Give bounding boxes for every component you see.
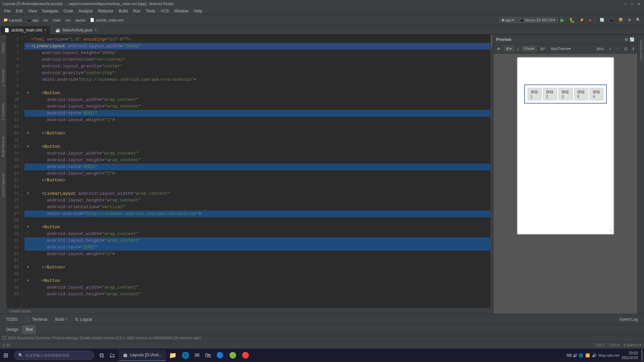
layout-captures-tab[interactable]: Layout Captures	[1, 172, 6, 199]
browser-btn[interactable]: 🌐	[180, 350, 191, 361]
code-line-22: </Button>	[24, 177, 490, 184]
line-num: 39	[8, 291, 19, 298]
app-run-dropdown[interactable]: ▶ app ▾	[500, 17, 517, 23]
res-breadcrumb[interactable]: res	[63, 16, 72, 24]
tab-java-close[interactable]: ✕	[94, 28, 97, 32]
element-label-bar: LinearLayout	[7, 308, 493, 314]
maximize-button[interactable]: □	[629, 1, 635, 6]
sync-button[interactable]: 🔄	[598, 16, 606, 24]
preview-fit-btn[interactable]: ⊡	[622, 45, 629, 53]
window-controls: — □ ✕	[623, 1, 641, 6]
menu-analyze[interactable]: Analyze	[76, 8, 96, 14]
layout-breadcrumb[interactable]: layout	[73, 16, 87, 24]
scroll-thumb[interactable]	[491, 35, 492, 48]
preview-panel: Preview ⚙ 🔄 👁 ⊞ ▾ | Pixel▾ 30° AppTheme▾…	[493, 35, 637, 314]
design-tab[interactable]: Design	[3, 325, 22, 334]
todo-tab[interactable]: TODO	[3, 315, 21, 324]
android-button-row: 按钮1 按钮2 按钮3 按钮5 按钮4	[524, 84, 607, 104]
android-studio-taskbar-btn[interactable]: 🤖 Layouts [D:\And...	[119, 350, 166, 361]
logcat-tab[interactable]: 6: Logcat	[72, 315, 95, 324]
debug-button[interactable]: 🐛	[567, 16, 577, 24]
ndk-checkbox[interactable]	[3, 336, 6, 340]
menu-navigate[interactable]: Navigate	[40, 8, 61, 14]
code-line-29: ▼ <Button	[24, 224, 490, 231]
preview-theme-btn[interactable]: AppTheme▾	[549, 45, 573, 53]
tab-xml-close[interactable]: ✕	[44, 28, 47, 32]
layout-variants-tab[interactable]: Layout Variants	[639, 38, 643, 63]
menu-refactor[interactable]: Refactor	[96, 8, 116, 14]
main-breadcrumb[interactable]: main	[51, 16, 63, 24]
menu-file[interactable]: File	[1, 8, 13, 14]
menu-view[interactable]: View	[25, 8, 40, 14]
sdk-button[interactable]: 📦	[616, 16, 625, 24]
build-tab[interactable]: Build 4	[52, 315, 71, 324]
app1-btn[interactable]: 🔵	[214, 350, 226, 361]
code-line-20: android:text="按钮2"	[24, 164, 490, 170]
code-editor[interactable]: 1 2 3 4 5 6 7 8 9 10 11 12 13 14 15 16 1…	[7, 35, 493, 314]
settings-button[interactable]: ⚙	[626, 16, 633, 24]
event-log-btn[interactable]: Event Log	[616, 315, 641, 324]
task-view-button[interactable]: ⧉	[98, 350, 106, 361]
preview-zoom-out[interactable]: −	[615, 45, 621, 53]
tray-volume-icon[interactable]: 🔊	[592, 353, 597, 358]
device-dropdown[interactable]: 📱 Nexus 5X API 26 ▾	[517, 17, 558, 23]
terminal-tab[interactable]: ⬛ Terminal	[22, 315, 50, 324]
activity-xml-breadcrumb[interactable]: 📄 activity_main.xml	[88, 16, 126, 24]
store-btn[interactable]: 🛍	[203, 350, 213, 361]
menu-build[interactable]: Build	[116, 8, 130, 14]
preview-rotate-btn[interactable]: 30°	[538, 45, 548, 53]
app2-btn[interactable]: 🟢	[227, 350, 238, 361]
toolbar-separator-1	[128, 17, 128, 23]
device-chevron: ▾	[553, 18, 555, 22]
layouts-breadcrumb[interactable]: 📁 Layouts	[1, 16, 24, 24]
tray-network-icon[interactable]: 📶	[585, 353, 590, 358]
palette-tab[interactable]: Palette	[1, 42, 6, 55]
structure-tab[interactable]: 2: Structure	[1, 68, 6, 88]
resize-handle-icon[interactable]: ⤡	[609, 228, 612, 233]
search-button[interactable]: 🔍 在这里输入你想搜索的内容	[12, 350, 96, 361]
preview-eye-btn[interactable]: 👁	[495, 45, 502, 53]
menu-window[interactable]: Window	[171, 8, 191, 14]
tab-mainactivity-java[interactable]: ☕ MainActivity.java ✕	[51, 25, 101, 34]
favorites-tab[interactable]: 4: Favorites	[1, 102, 6, 122]
avd-button[interactable]: 📱	[607, 16, 616, 24]
text-tab[interactable]: Text	[22, 325, 36, 334]
preview-info-btn[interactable]: ℹ	[631, 45, 636, 53]
preview-settings-icon[interactable]: ⚙	[625, 37, 628, 42]
tab-activity-xml[interactable]: 📄 activity_main.xml ✕	[0, 25, 51, 34]
line-num: 25	[8, 197, 19, 204]
preview-device-dropdown[interactable]: Pixel▾	[522, 46, 537, 52]
menu-code[interactable]: Code	[61, 8, 76, 14]
line-numbers: 1 2 3 4 5 6 7 8 9 10 11 12 13 14 15 16 1…	[7, 35, 22, 308]
show-desktop-btn[interactable]	[641, 350, 643, 361]
title-bar: Layouts [D:\Androidproduct\Layouts] - ..…	[0, 0, 644, 7]
right-vertical-tabs: Layout Variants	[637, 35, 644, 314]
ndk-bar: NDK Resolution Outcome: Project settings…	[0, 334, 644, 341]
minimize-button[interactable]: —	[623, 1, 628, 6]
app3-btn[interactable]: 🔴	[240, 350, 251, 361]
app-breadcrumb[interactable]: 📱 app	[25, 16, 41, 24]
preview-zoom-btn[interactable]: 36%	[594, 45, 606, 53]
tray-blog-link[interactable]: blog.csdn.net/	[599, 354, 620, 357]
menu-edit[interactable]: Edit	[13, 8, 25, 14]
menu-vcs[interactable]: VCS	[158, 8, 172, 14]
profile-button[interactable]: ⚡	[578, 16, 586, 24]
menu-run[interactable]: Run	[130, 8, 143, 14]
taskbar-search-bar[interactable]: 🔍 在这里输入你想搜索的内容	[14, 351, 94, 360]
preview-zoom-in[interactable]: +	[607, 45, 613, 53]
src-breadcrumb[interactable]: src	[41, 16, 50, 24]
menu-tools[interactable]: Tools	[143, 8, 158, 14]
run-button[interactable]: ▶	[558, 16, 567, 24]
build-variants-tab[interactable]: Build Variants	[1, 135, 6, 158]
stop-button[interactable]: ■	[587, 16, 593, 24]
preview-refresh-icon[interactable]: 🔄	[630, 37, 635, 42]
preview-layout-icon[interactable]: |	[516, 45, 521, 53]
menu-help[interactable]: Help	[191, 8, 205, 14]
mail-btn[interactable]: ✉	[193, 350, 202, 361]
taskview-icon[interactable]: 🗂	[107, 350, 117, 361]
file-explorer-btn[interactable]: 📁	[167, 350, 178, 361]
search-everywhere-button[interactable]: 🔍	[634, 16, 643, 24]
close-button[interactable]: ✕	[636, 1, 641, 6]
start-button[interactable]: ⊞	[1, 350, 10, 361]
preview-view-mode-dropdown[interactable]: ⊞ ▾	[504, 46, 514, 52]
